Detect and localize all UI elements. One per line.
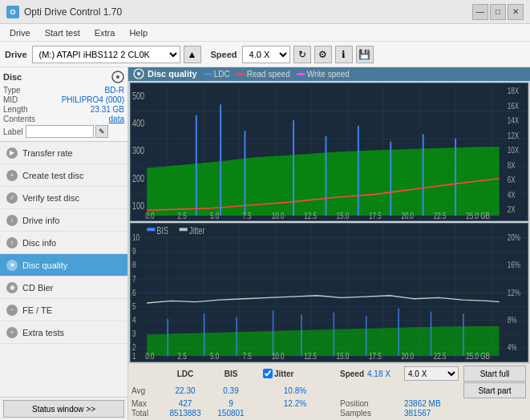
svg-rect-62 (204, 314, 205, 357)
svg-rect-69 (431, 312, 432, 356)
title-bar-left: O Opti Drive Control 1.70 (6, 6, 122, 18)
verify-test-label: Verify test disc (22, 193, 79, 203)
label-key: Label (3, 127, 22, 136)
speed-select[interactable]: 4.0 X (242, 46, 290, 63)
menu-help[interactable]: Help (123, 26, 154, 39)
refresh-button[interactable]: ↻ (293, 46, 311, 63)
type-key: Type (3, 86, 21, 95)
info-button[interactable]: ℹ (335, 46, 353, 63)
disc-quality-title: Disc quality (148, 69, 197, 79)
close-button[interactable]: ✕ (508, 4, 524, 20)
sidebar-item-fe-te[interactable]: ~ FE / TE (0, 299, 127, 321)
svg-text:12X: 12X (508, 130, 520, 139)
samples-val: 381567 (404, 409, 462, 418)
chart-ldc: 500 400 300 200 100 18X 16X 14X 12X 10X … (130, 83, 528, 222)
start-full-button[interactable]: Start full (463, 365, 526, 382)
max-bis: 9 (210, 399, 252, 408)
sidebar-item-disc-quality[interactable]: ★ Disc quality (0, 254, 127, 277)
label-edit-button[interactable]: ✎ (95, 125, 108, 138)
svg-text:12.5: 12.5 (304, 211, 317, 220)
svg-text:12%: 12% (508, 288, 521, 297)
svg-text:8X: 8X (508, 160, 516, 169)
maximize-button[interactable]: □ (490, 4, 506, 20)
jitter-col-header: Jitter (274, 370, 293, 378)
disc-info-label: Disc info (22, 238, 56, 248)
sidebar-item-transfer-rate[interactable]: ▶ Transfer rate (0, 142, 127, 164)
svg-text:9: 9 (132, 247, 136, 256)
jitter-checkbox[interactable] (263, 369, 273, 378)
length-key: Length (3, 105, 28, 114)
save-button[interactable]: 💾 (356, 46, 374, 63)
fe-te-label: FE / TE (22, 305, 52, 315)
create-test-icon: + (6, 170, 18, 181)
ldc-color (204, 73, 212, 75)
svg-text:8%: 8% (508, 315, 517, 325)
status-window-button[interactable]: Status window >> (3, 400, 124, 418)
contents-val[interactable]: data (109, 115, 124, 123)
disc-type-row: Type BD-R (3, 86, 124, 95)
menu-start-test[interactable]: Start test (38, 26, 87, 39)
fe-te-icon: ~ (6, 305, 18, 316)
menu-extra[interactable]: Extra (88, 26, 122, 39)
ldc-col-header: LDC (160, 370, 210, 378)
svg-text:20%: 20% (508, 232, 521, 242)
svg-text:300: 300 (132, 145, 144, 155)
label-input[interactable] (26, 125, 94, 138)
legend-ldc: LDC (204, 70, 230, 79)
minimize-button[interactable]: — (472, 4, 488, 20)
svg-text:10.0: 10.0 (272, 211, 285, 220)
svg-text:3: 3 (132, 329, 136, 339)
content-area: Disc quality LDC Read speed Write speed (128, 67, 530, 420)
samples-label: Samples (340, 409, 404, 418)
sidebar-item-verify-test-disc[interactable]: ✓ Verify test disc (0, 187, 127, 209)
svg-text:2.5: 2.5 (178, 211, 187, 220)
start-part-button[interactable]: Start part (463, 382, 526, 398)
svg-rect-70 (463, 314, 464, 357)
svg-text:8: 8 (132, 260, 136, 270)
eject-button[interactable]: ▲ (184, 46, 201, 63)
sidebar-item-create-test-disc[interactable]: + Create test disc (0, 164, 127, 187)
sidebar-item-drive-info[interactable]: i Drive info (0, 209, 127, 232)
drive-select[interactable]: (M:) ATAPI iHBS112 2 CL0K (32, 46, 180, 63)
sidebar-item-extra-tests[interactable]: + Extra tests (0, 321, 127, 344)
avg-bis: 0.39 (210, 386, 252, 395)
disc-panel: Disc Type BD-R MID PHILIPRO4 (000) Lengt… (0, 67, 127, 142)
max-label: Max (131, 399, 160, 408)
speed-select-stats[interactable]: 4.0 X (404, 366, 459, 381)
contents-key: Contents (3, 115, 35, 123)
app-icon: O (6, 6, 19, 18)
length-val: 23.31 GB (91, 105, 124, 114)
disc-icon (111, 71, 124, 83)
svg-rect-25 (358, 126, 359, 216)
nav-items: ▶ Transfer rate + Create test disc ✓ Ver… (0, 142, 127, 397)
svg-text:14X: 14X (508, 115, 520, 125)
sidebar-item-cd-bier[interactable]: ◉ CD Bier (0, 277, 127, 299)
avg-ldc: 22.30 (160, 386, 210, 395)
sidebar: Disc Type BD-R MID PHILIPRO4 (000) Lengt… (0, 67, 128, 420)
mid-val: PHILIPRO4 (000) (62, 95, 124, 104)
svg-text:12.5: 12.5 (304, 351, 317, 361)
svg-text:6X: 6X (508, 175, 516, 184)
legend: LDC Read speed Write speed (204, 70, 350, 79)
max-ldc: 427 (160, 399, 210, 408)
svg-rect-67 (366, 316, 367, 356)
label-row: Label ✎ (3, 125, 124, 138)
extra-tests-icon: + (6, 327, 18, 338)
svg-text:200: 200 (132, 172, 144, 183)
svg-text:10X: 10X (508, 145, 520, 155)
svg-rect-68 (398, 309, 399, 356)
menu-drive[interactable]: Drive (3, 26, 37, 39)
read-speed-color (237, 73, 245, 75)
svg-text:25.0 GB: 25.0 GB (466, 351, 490, 361)
svg-text:15.0: 15.0 (337, 351, 350, 361)
svg-rect-44 (180, 228, 188, 232)
svg-text:1: 1 (132, 351, 136, 361)
speed-display: Speed 4.18 X (340, 370, 404, 378)
sidebar-item-disc-info[interactable]: i Disc info (0, 232, 127, 254)
create-test-label: Create test disc (22, 171, 83, 180)
bis-col-header: BIS (210, 370, 252, 378)
title-controls: — □ ✕ (472, 4, 524, 20)
svg-text:16X: 16X (508, 100, 520, 110)
disc-contents-row: Contents data (3, 115, 124, 123)
settings-button[interactable]: ⚙ (314, 46, 332, 63)
